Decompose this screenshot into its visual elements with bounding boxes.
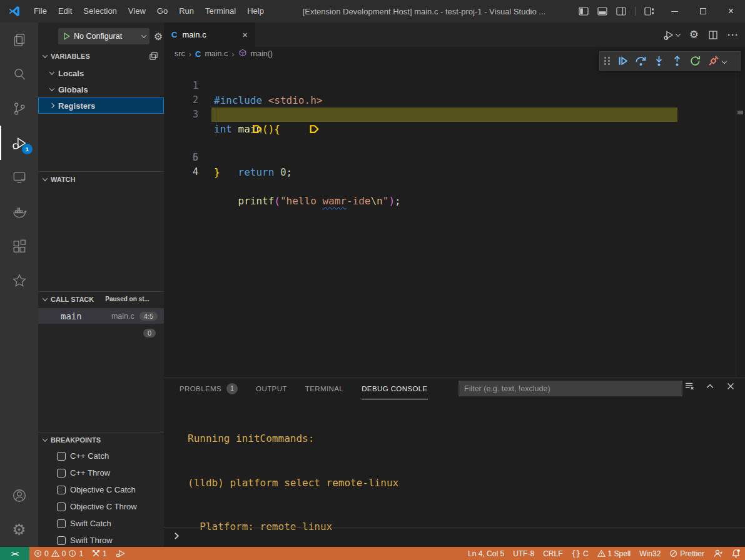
activity-explorer[interactable] bbox=[0, 22, 38, 57]
breakpoint-row[interactable]: Swift Throw bbox=[38, 532, 164, 549]
watch-section-header[interactable]: WATCH bbox=[38, 171, 164, 186]
debug-repl-input[interactable] bbox=[164, 527, 745, 544]
close-button[interactable]: × bbox=[717, 0, 745, 22]
tab-problems[interactable]: PROBLEMS 1 bbox=[180, 378, 238, 399]
close-tab-icon[interactable]: × bbox=[242, 29, 248, 40]
code-line[interactable]: 5 return 0; bbox=[164, 122, 745, 136]
activity-extensions[interactable] bbox=[0, 229, 38, 263]
console-line: (lldb) platform select remote-linux bbox=[188, 476, 735, 491]
menu-edit[interactable]: Edit bbox=[53, 0, 78, 22]
step-over-button[interactable] bbox=[634, 54, 647, 68]
checkbox[interactable] bbox=[57, 452, 66, 461]
call-stack-thread[interactable]: 0 bbox=[38, 325, 164, 341]
watch-title: WATCH bbox=[51, 176, 76, 183]
remote-indicator[interactable]: >< bbox=[0, 547, 29, 560]
settings-button[interactable]: ⚙ bbox=[0, 512, 38, 547]
tab-terminal[interactable]: TERMINAL bbox=[305, 378, 343, 399]
activity-run-and-debug[interactable]: 1 bbox=[0, 126, 38, 160]
checkbox[interactable] bbox=[57, 469, 66, 478]
tab-label: PROBLEMS bbox=[180, 385, 221, 392]
breakpoint-row[interactable]: C++ Catch bbox=[38, 448, 164, 464]
call-stack-frame[interactable]: main main.c 4:5 bbox=[38, 308, 164, 324]
breadcrumb-symbol[interactable]: main() bbox=[251, 49, 273, 58]
variables-scope-globals[interactable]: Globals bbox=[38, 81, 164, 98]
menu-go[interactable]: Go bbox=[151, 0, 173, 22]
code-line-current[interactable]: 4 printf("hello wamr-ide\n"); bbox=[164, 108, 745, 122]
close-panel-icon[interactable] bbox=[726, 381, 736, 391]
debug-config-dropdown[interactable]: No Configurat bbox=[58, 28, 150, 44]
source-control-icon bbox=[11, 101, 28, 117]
variables-scope-locals[interactable]: Locals bbox=[38, 65, 164, 81]
step-out-button[interactable] bbox=[670, 54, 684, 68]
tools-status[interactable]: 1 bbox=[88, 547, 111, 560]
breadcrumb-folder[interactable]: src bbox=[175, 49, 185, 58]
debug-sidebar: No Configurat ⚙ VARIABLES Locals Globals bbox=[38, 22, 164, 547]
activity-search[interactable] bbox=[0, 57, 38, 91]
breakpoint-label: Swift Throw bbox=[70, 536, 113, 545]
variables-scope-registers[interactable]: Registers bbox=[38, 98, 164, 114]
code-line[interactable]: 2 bbox=[164, 79, 745, 93]
code-text: } bbox=[214, 165, 220, 179]
frame-file: main.c bbox=[111, 312, 139, 321]
breadcrumb-file[interactable]: main.c bbox=[205, 49, 228, 58]
variables-section-header[interactable]: VARIABLES bbox=[38, 49, 164, 64]
toggle-panel-icon[interactable] bbox=[597, 7, 607, 16]
minimize-button[interactable] bbox=[661, 0, 689, 22]
filter-input[interactable] bbox=[459, 381, 682, 396]
toggle-sidebar-icon[interactable] bbox=[579, 7, 589, 16]
clear-console-icon[interactable] bbox=[684, 381, 694, 391]
breakpoint-row[interactable]: C++ Throw bbox=[38, 464, 164, 481]
tab-main-c[interactable]: C main.c × bbox=[164, 22, 255, 47]
code-line[interactable]: 3 int main(){ bbox=[164, 93, 745, 108]
checkbox[interactable] bbox=[57, 502, 66, 511]
menu-file[interactable]: File bbox=[28, 0, 53, 22]
code-line[interactable]: 6 } bbox=[164, 136, 745, 151]
maximize-panel-icon[interactable] bbox=[705, 381, 715, 391]
info-icon bbox=[68, 549, 76, 558]
menu-view[interactable]: View bbox=[123, 0, 151, 22]
split-editor-icon[interactable] bbox=[708, 30, 718, 40]
prompt-chevron-icon bbox=[173, 532, 181, 540]
restart-button[interactable] bbox=[688, 54, 702, 68]
debug-settings-gear-icon[interactable]: ⚙ bbox=[154, 31, 163, 42]
settings-gear-icon[interactable]: ⚙ bbox=[689, 29, 699, 40]
accounts-button[interactable] bbox=[0, 478, 38, 512]
breakpoints-section-header[interactable]: BREAKPOINTS bbox=[38, 432, 164, 447]
continue-button[interactable] bbox=[616, 54, 629, 68]
call-stack-section-header[interactable]: CALL STACK Paused on st... bbox=[38, 291, 164, 306]
debug-current-line-arrow-icon[interactable] bbox=[168, 109, 178, 120]
tab-output[interactable]: OUTPUT bbox=[256, 378, 287, 399]
activity-remote-explorer[interactable] bbox=[0, 160, 38, 194]
menu-selection[interactable]: Selection bbox=[78, 0, 122, 22]
activity-source-control[interactable] bbox=[0, 91, 38, 126]
breakpoint-row[interactable]: Objective C Catch bbox=[38, 481, 164, 498]
checkbox[interactable] bbox=[57, 536, 66, 545]
run-or-debug-button[interactable] bbox=[663, 29, 680, 41]
run-icon bbox=[663, 29, 674, 41]
menu-run[interactable]: Run bbox=[173, 0, 200, 22]
code-editor[interactable]: 1 #include <stdio.h> 2 3 int main(){ bbox=[164, 61, 745, 377]
breakpoint-row[interactable]: Objective C Throw bbox=[38, 498, 164, 515]
chevron-down-icon bbox=[43, 52, 48, 58]
tab-debug-console[interactable]: DEBUG CONSOLE bbox=[362, 378, 428, 399]
activity-docker[interactable] bbox=[0, 194, 38, 229]
maximize-button[interactable] bbox=[689, 0, 717, 22]
toggle-secondary-sidebar-icon[interactable] bbox=[616, 7, 626, 16]
breakpoint-row[interactable]: Swift Catch bbox=[38, 515, 164, 532]
customize-layout-icon[interactable] bbox=[644, 7, 654, 16]
checkbox[interactable] bbox=[57, 486, 66, 494]
chevron-down-icon[interactable] bbox=[722, 58, 727, 63]
disconnect-button[interactable] bbox=[706, 54, 720, 68]
checkbox[interactable] bbox=[57, 519, 66, 528]
drag-handle-icon[interactable] bbox=[604, 57, 610, 65]
menu-help[interactable]: Help bbox=[241, 0, 270, 22]
more-actions-icon[interactable]: ··· bbox=[727, 29, 739, 40]
step-into-button[interactable] bbox=[652, 54, 666, 68]
problems-status[interactable]: 0 0 1 bbox=[29, 547, 88, 560]
debug-status[interactable] bbox=[111, 547, 129, 560]
copy-value-icon[interactable] bbox=[149, 51, 158, 62]
menu-terminal[interactable]: Terminal bbox=[200, 0, 241, 22]
call-stack-title: CALL STACK bbox=[51, 296, 94, 303]
star-icon bbox=[11, 272, 28, 289]
activity-wamr-ide[interactable] bbox=[0, 263, 38, 298]
